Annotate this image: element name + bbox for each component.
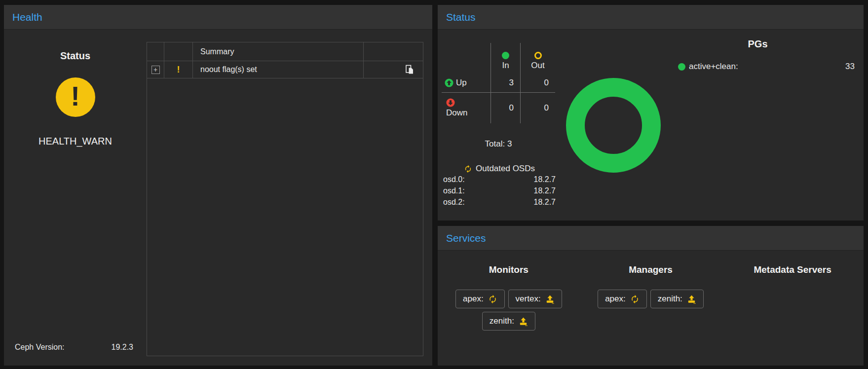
metadata-servers-heading: Metadata Servers	[754, 264, 831, 275]
osd-name: osd.2:	[443, 196, 465, 208]
warning-exclamation-icon	[177, 65, 180, 75]
health-status-value: HEALTH_WARN	[38, 136, 112, 147]
service-chip-vertex[interactable]: vertex:	[508, 290, 562, 308]
list-item: osd.2: 18.2.7	[442, 196, 557, 208]
expand-row-button[interactable]	[151, 66, 160, 74]
service-chip-label: apex:	[605, 294, 626, 304]
upload-icon	[519, 317, 528, 326]
osd-table-corner-cell	[442, 43, 491, 74]
osd-in-out-table: In Out Up 3	[442, 43, 560, 123]
health-summary-table-header: Summary	[147, 42, 423, 61]
summary-cell: noout flag(s) set	[193, 61, 364, 78]
upload-icon	[545, 295, 555, 304]
service-chip-label: apex:	[463, 294, 484, 304]
osd-down-in-value: 0	[491, 93, 521, 123]
osd-version: 18.2.7	[534, 185, 556, 196]
osd-up-out-value: 0	[521, 74, 555, 93]
copy-icon	[404, 64, 415, 75]
status-panel: Status In Out	[438, 5, 864, 221]
health-panel-header: Health	[4, 5, 432, 30]
ceph-version-row: Ceph Version: 19.2.3	[4, 343, 147, 352]
up-label: Up	[456, 78, 467, 88]
managers-group: Managers apex: zenith:	[580, 264, 722, 366]
status-panel-header: Status	[438, 5, 864, 30]
severity-column-header	[164, 42, 193, 61]
osd-out-column-header: Out	[521, 43, 555, 74]
expand-column-header	[147, 42, 164, 61]
out-label: Out	[531, 61, 544, 71]
health-warning-icon	[56, 77, 95, 117]
health-panel-title: Health	[12, 11, 42, 23]
pgs-legend-row: active+clean: 33	[661, 62, 855, 72]
arrow-down-circle-icon	[446, 98, 455, 107]
services-panel: Services Monitors apex: vertex:	[438, 226, 864, 366]
list-item: osd.1: 18.2.7	[442, 185, 557, 196]
monitors-group: Monitors apex: vertex:	[438, 264, 580, 366]
outdated-osds-heading: Outdated OSDs	[476, 164, 535, 174]
health-summary-table: Summary noout flag(s) set	[147, 42, 423, 356]
refresh-icon	[488, 295, 497, 304]
osd-name: osd.0:	[443, 174, 465, 185]
list-item: osd.0: 18.2.7	[442, 174, 557, 185]
ceph-version-value: 19.2.3	[112, 343, 133, 352]
osd-version: 18.2.7	[534, 174, 556, 185]
dashboard: Health Status HEALTH_WARN Ceph Version: …	[0, 0, 868, 369]
in-label: In	[502, 61, 509, 71]
service-chip-label: zenith:	[490, 316, 514, 326]
pgs-legend-value: 33	[845, 62, 855, 72]
osd-total: Total: 3	[442, 139, 555, 149]
health-panel: Health Status HEALTH_WARN Ceph Version: …	[4, 5, 432, 366]
managers-heading: Managers	[629, 264, 673, 275]
ceph-version-label: Ceph Version:	[15, 343, 65, 352]
monitors-heading: Monitors	[489, 264, 528, 275]
osd-down-row-header: Down	[442, 93, 491, 123]
arrow-up-circle-icon	[445, 78, 453, 87]
copy-to-clipboard-button[interactable]	[404, 64, 415, 75]
summary-column-header: Summary	[193, 42, 364, 61]
osd-down-out-value: 0	[521, 93, 555, 123]
service-chip-zenith[interactable]: zenith:	[650, 290, 704, 308]
upload-icon	[687, 295, 696, 304]
out-ring-icon	[534, 52, 542, 59]
osd-version: 18.2.7	[534, 196, 556, 208]
down-label: Down	[446, 108, 467, 118]
service-chip-apex[interactable]: apex:	[598, 290, 647, 308]
service-chip-apex[interactable]: apex:	[455, 290, 505, 308]
table-row[interactable]: noout flag(s) set	[147, 61, 423, 78]
services-panel-header: Services	[438, 226, 864, 251]
outdated-osds-section: Outdated OSDs osd.0: 18.2.7 osd.1: 18.2.…	[442, 164, 557, 208]
service-chip-label: zenith:	[658, 294, 682, 304]
service-chip-label: vertex:	[516, 294, 541, 304]
health-status-heading: Status	[60, 50, 90, 62]
osd-up-in-value: 3	[491, 74, 521, 93]
refresh-icon	[464, 165, 472, 173]
services-panel-title: Services	[446, 232, 486, 244]
in-dot-icon	[502, 52, 509, 59]
metadata-servers-group: Metadata Servers	[721, 264, 864, 366]
pgs-legend-label: active+clean:	[689, 62, 738, 72]
osd-up-row-header: Up	[442, 74, 491, 93]
refresh-icon	[630, 295, 640, 304]
service-chip-zenith[interactable]: zenith:	[482, 312, 535, 331]
status-panel-title: Status	[446, 11, 476, 23]
pgs-heading: PGs	[661, 38, 855, 50]
osd-name: osd.1:	[443, 185, 465, 196]
pgs-donut-chart	[566, 78, 661, 173]
actions-column-header	[364, 42, 423, 61]
active-clean-dot-icon	[678, 63, 685, 71]
osd-in-column-header: In	[491, 43, 521, 74]
